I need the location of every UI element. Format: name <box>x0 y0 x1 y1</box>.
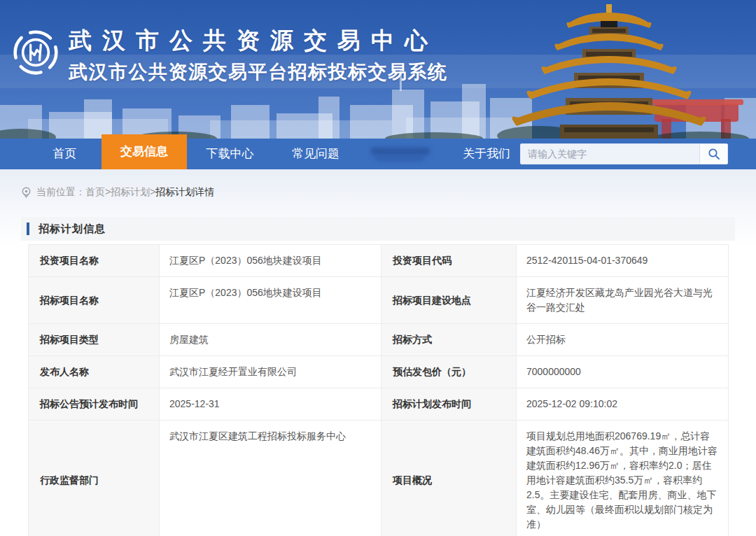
site-title: 武汉市公共资源交易中心 <box>69 25 448 57</box>
search-button[interactable] <box>699 144 727 164</box>
nav-item-home[interactable]: 首页 <box>28 139 102 169</box>
plan-info-card: 招标计划信息 投资项目名称 江夏区P（2023）056地块建设项目 投资项目代码… <box>21 217 735 536</box>
field-value: 武汉市江夏经开置业有限公司 <box>160 356 382 388</box>
table-row: 发布人名称 武汉市江夏经开置业有限公司 预估发包价（元） 7000000000 <box>29 356 729 388</box>
table-row: 投资项目名称 江夏区P（2023）056地块建设项目 投资项目代码 2512-4… <box>29 245 729 277</box>
field-value: 江夏经济开发区藏龙岛产业园光谷大道与光谷一路交汇处 <box>517 277 729 324</box>
site-logo-icon <box>13 29 59 76</box>
section-header: 招标计划信息 <box>21 217 735 241</box>
field-value: 江夏区P（2023）056地块建设项目 <box>160 277 382 324</box>
brand: 武汉市公共资源交易中心 武汉市公共资源交易平台招标投标交易系统 <box>13 25 448 85</box>
search-box <box>520 143 728 164</box>
field-label: 招标公告预计发布时间 <box>29 388 160 421</box>
field-label: 发布人名称 <box>29 356 160 388</box>
field-value: 武汉市江夏区建筑工程招标投标服务中心 <box>160 421 382 536</box>
field-value: 2025-12-31 <box>160 388 382 421</box>
site-banner: 武汉市公共资源交易中心 武汉市公共资源交易平台招标投标交易系统 <box>0 0 756 139</box>
page-content: 当前位置： 首页>招标计划> 招标计划详情 招标计划信息 投资项目名称 江夏区P… <box>0 169 756 536</box>
section-title: 招标计划信息 <box>38 223 106 236</box>
breadcrumb: 当前位置： 首页>招标计划> 招标计划详情 <box>0 169 756 199</box>
field-label: 行政监督部门 <box>29 421 160 536</box>
nav-item-trade-info[interactable]: 交易信息 <box>102 134 187 169</box>
redacted-text-smudge <box>371 148 430 155</box>
table-row: 行政监督部门 武汉市江夏区建筑工程招标投标服务中心 项目概况 项目规划总用地面积… <box>29 421 729 536</box>
breadcrumb-label: 当前位置： <box>36 186 85 199</box>
field-label: 预估发包价（元） <box>382 356 517 388</box>
table-row: 招标公告预计发布时间 2025-12-31 招标计划发布时间 2025-12-0… <box>29 388 729 421</box>
field-label: 招标项目类型 <box>29 324 160 356</box>
breadcrumb-current: 招标计划详情 <box>155 186 214 199</box>
field-value: 7000000000 <box>517 356 729 388</box>
search-icon <box>708 148 720 160</box>
field-value: 2025-12-02 09:10:02 <box>517 388 729 421</box>
field-label: 投资项目代码 <box>382 245 517 277</box>
field-value: 公开招标 <box>517 324 729 356</box>
field-label: 招标项目建设地点 <box>382 277 517 324</box>
redacted-text-smudge <box>375 157 424 161</box>
table-row: 招标项目类型 房屋建筑 招标方式 公开招标 <box>29 324 729 356</box>
nav-item-faq[interactable]: 常见问题 <box>273 139 358 169</box>
field-value: 2512-420115-04-01-370649 <box>517 245 729 277</box>
field-label: 招标计划发布时间 <box>382 388 517 421</box>
field-value: 房屋建筑 <box>160 324 382 356</box>
accent-bar <box>27 223 29 235</box>
table-row: 招标项目名称 江夏区P（2023）056地块建设项目 招标项目建设地点 江夏经济… <box>29 277 729 324</box>
nav-item-redacted[interactable] <box>358 139 441 169</box>
main-nav: 首页 交易信息 下载中心 常见问题 关于我们 <box>0 139 756 169</box>
plan-info-table: 投资项目名称 江夏区P（2023）056地块建设项目 投资项目代码 2512-4… <box>28 244 729 536</box>
field-label: 招标项目名称 <box>29 277 160 324</box>
nav-item-downloads[interactable]: 下载中心 <box>187 139 273 169</box>
site-subtitle: 武汉市公共资源交易平台招标投标交易系统 <box>69 59 448 85</box>
breadcrumb-trail[interactable]: 首页>招标计划> <box>85 186 155 199</box>
field-label: 项目概况 <box>382 421 517 536</box>
field-label: 招标方式 <box>382 324 517 356</box>
search-input[interactable] <box>521 144 699 164</box>
nav-item-about[interactable]: 关于我们 <box>441 139 532 169</box>
field-value: 江夏区P（2023）056地块建设项目 <box>160 245 382 277</box>
field-label: 投资项目名称 <box>29 245 160 277</box>
location-pin-icon <box>21 187 31 198</box>
field-value: 项目规划总用地面积206769.19㎡，总计容建筑面积约48.46万㎡。其中，商… <box>517 421 729 536</box>
